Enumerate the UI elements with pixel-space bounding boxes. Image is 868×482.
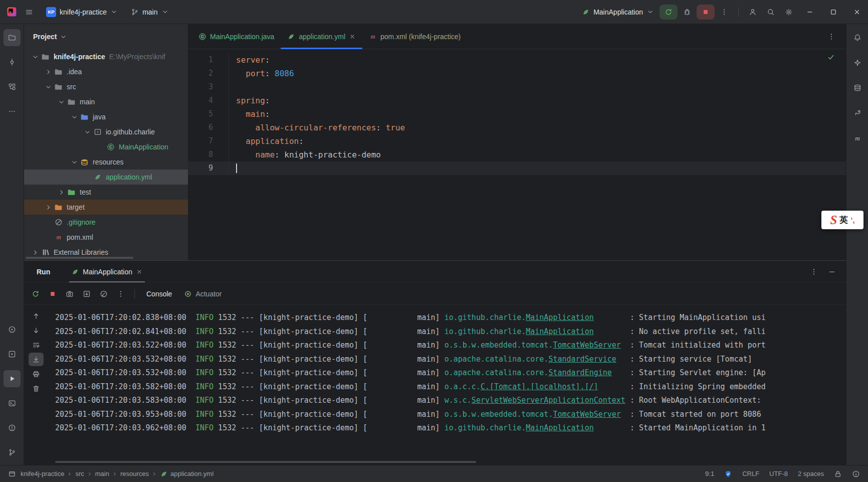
tree-item-src[interactable]: src [24, 79, 188, 94]
editor-line-7[interactable]: 7 application: [188, 134, 846, 148]
tree-item-target[interactable]: target [24, 200, 188, 215]
gradle-tool-button[interactable] [849, 104, 866, 121]
main-menu-button[interactable] [21, 4, 38, 21]
editor-line-8[interactable]: 8 name: knight-practice-demo [188, 148, 846, 162]
logger-link[interactable]: MainApplication [526, 423, 593, 432]
maximize-window-button[interactable] [822, 0, 844, 24]
editor-line-2[interactable]: 2 port: 8086 [188, 67, 846, 80]
tree-item-application-yml[interactable]: application.yml [24, 170, 188, 185]
project-tool-button[interactable] [4, 29, 21, 46]
chevron-down-icon[interactable] [60, 33, 67, 41]
dump-threads-button[interactable] [62, 286, 78, 302]
editor-tab-application-yml[interactable]: application.yml [281, 24, 362, 49]
close-icon[interactable] [136, 268, 143, 275]
breadcrumb-main[interactable]: main [95, 470, 109, 477]
more-run-actions-button[interactable] [716, 4, 733, 21]
inspections-widget-icon[interactable] [852, 470, 860, 478]
logger-link[interactable]: ServletWebServerApplicationContext [472, 396, 625, 405]
run-tab[interactable]: MainApplication [69, 261, 145, 282]
editor-line-4[interactable]: 4spring: [188, 94, 846, 107]
inspections-ok-icon[interactable] [827, 53, 835, 61]
run-panel-options-button[interactable] [807, 265, 821, 279]
services-tool-button[interactable] [4, 346, 21, 363]
line-ending[interactable]: CRLF [742, 470, 759, 477]
breadcrumb-src[interactable]: src [75, 470, 84, 477]
tree-item-io-github-charlie[interactable]: io.github.charlie [24, 124, 188, 139]
run-anything-button[interactable] [4, 321, 21, 338]
tree-item-resources[interactable]: resources [24, 154, 188, 170]
editor[interactable]: 1server:2 port: 808634spring:5 main:6 al… [188, 49, 846, 260]
open-results-button[interactable] [79, 286, 95, 302]
tree-item-gitignore[interactable]: .gitignore [24, 215, 188, 230]
scroll-to-end-button[interactable] [29, 353, 44, 366]
editor-line-3[interactable]: 3 [188, 80, 846, 94]
stop-application-button[interactable] [697, 5, 715, 20]
logger-link[interactable]: TomcatWebServer [553, 341, 620, 350]
rerun-button[interactable] [28, 286, 44, 302]
encoding[interactable]: UTF-8 [769, 470, 788, 477]
close-x-icon[interactable] [349, 33, 356, 40]
edit-configuration-button[interactable] [96, 286, 112, 302]
project-horizontal-scrollbar[interactable] [26, 257, 133, 259]
next-occurrence-button[interactable] [29, 324, 44, 337]
git-tool-button[interactable] [4, 444, 21, 461]
tab-console[interactable]: Console [140, 283, 178, 304]
editor-tab-pom-xml-knife4j-practice[interactable]: mpom.xml (knife4j-practice) [362, 24, 467, 49]
editor-line-9[interactable]: 9 [188, 162, 846, 175]
maven-tool-button[interactable]: m [849, 129, 866, 146]
editor-line-1[interactable]: 1server: [188, 53, 846, 67]
tab-actuator[interactable]: Actuator [178, 283, 228, 304]
stop-button[interactable] [45, 286, 61, 302]
logger-link[interactable]: StandardEngine [548, 368, 611, 377]
vcs-branch-widget[interactable]: main [126, 6, 173, 19]
tab-options-button[interactable] [823, 28, 840, 45]
editor-tab-mainapplication-java[interactable]: CMainApplication.java [192, 24, 281, 49]
structure-tool-button[interactable] [4, 78, 21, 95]
console-options-button[interactable] [113, 286, 129, 302]
hide-panel-button[interactable] [825, 265, 839, 279]
logger-link[interactable]: MainApplication [526, 313, 593, 322]
account-button[interactable] [744, 4, 761, 21]
tree-item-idea[interactable]: .idea [24, 64, 188, 79]
tree-item-pom-xml[interactable]: mpom.xml [24, 230, 188, 245]
run-config-widget[interactable]: MainApplication [577, 6, 659, 19]
console-scrollbar[interactable] [55, 461, 476, 463]
editor-line-6[interactable]: 6 allow-circular-references: true [188, 121, 846, 134]
soft-wrap-button[interactable] [29, 338, 44, 352]
commit-tool-button[interactable] [4, 54, 21, 71]
tree-item-test[interactable]: test [24, 185, 188, 200]
tree-item-mainapplication[interactable]: CMainApplication [24, 139, 188, 154]
debug-button[interactable] [679, 4, 696, 21]
editor-line-5[interactable]: 5 main: [188, 107, 846, 121]
close-window-button[interactable] [845, 0, 868, 24]
shield-icon[interactable] [724, 470, 732, 478]
search-everywhere-button[interactable] [762, 4, 779, 21]
project-widget-button[interactable]: KP knife4j-practice [42, 5, 122, 20]
prev-occurrence-button[interactable] [29, 309, 44, 323]
problems-tool-button[interactable] [4, 419, 21, 436]
ai-assistant-button[interactable] [849, 54, 866, 71]
minimize-window-button[interactable] [798, 0, 821, 24]
notifications-button[interactable] [849, 29, 866, 46]
clear-console-button[interactable] [29, 382, 44, 395]
breadcrumb-resources[interactable]: resources [120, 470, 149, 477]
settings-button[interactable] [780, 4, 797, 21]
more-tools-button[interactable] [4, 103, 21, 120]
rerun-application-button[interactable] [660, 5, 678, 20]
run-tool-button[interactable] [4, 370, 21, 387]
indent-setting[interactable]: 2 spaces [798, 470, 824, 477]
logger-link[interactable]: StandardService [548, 355, 616, 364]
caret-position[interactable]: 9:1 [705, 470, 714, 477]
logger-link[interactable]: MainApplication [526, 327, 593, 336]
breadcrumb-knife4j-practice[interactable]: knife4j-practice [21, 470, 64, 477]
tree-item-knife4j-practice[interactable]: knife4j-practiceE:\MyProjects\knif [24, 49, 188, 64]
print-button[interactable] [29, 367, 44, 381]
logger-link[interactable]: C.[Tomcat].[localhost].[/] [481, 382, 598, 391]
terminal-tool-button[interactable] [4, 395, 21, 412]
database-tool-button[interactable] [849, 79, 866, 96]
tree-item-java[interactable]: java [24, 109, 188, 124]
breadcrumb-application-yml[interactable]: application.yml [160, 470, 213, 478]
lock-icon[interactable] [834, 470, 842, 478]
logger-link[interactable]: TomcatWebServer [553, 410, 620, 419]
tree-item-main[interactable]: main [24, 94, 188, 109]
